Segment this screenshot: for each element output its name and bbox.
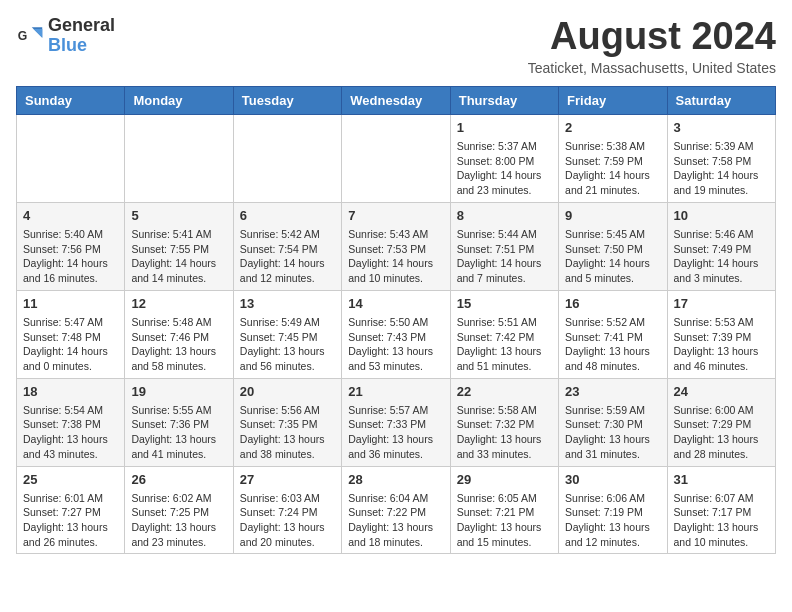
week-row-4: 18Sunrise: 5:54 AM Sunset: 7:38 PM Dayli…: [17, 378, 776, 466]
svg-text:G: G: [18, 28, 28, 42]
day-number: 22: [457, 383, 552, 401]
day-content: Sunrise: 5:46 AM Sunset: 7:49 PM Dayligh…: [674, 227, 769, 286]
day-number: 4: [23, 207, 118, 225]
day-content: Sunrise: 5:56 AM Sunset: 7:35 PM Dayligh…: [240, 403, 335, 462]
calendar-cell: 23Sunrise: 5:59 AM Sunset: 7:30 PM Dayli…: [559, 378, 667, 466]
day-number: 23: [565, 383, 660, 401]
day-content: Sunrise: 5:37 AM Sunset: 8:00 PM Dayligh…: [457, 139, 552, 198]
day-content: Sunrise: 6:07 AM Sunset: 7:17 PM Dayligh…: [674, 491, 769, 550]
calendar-cell: 4Sunrise: 5:40 AM Sunset: 7:56 PM Daylig…: [17, 202, 125, 290]
calendar-cell: 8Sunrise: 5:44 AM Sunset: 7:51 PM Daylig…: [450, 202, 558, 290]
calendar-cell: 18Sunrise: 5:54 AM Sunset: 7:38 PM Dayli…: [17, 378, 125, 466]
header-day-monday: Monday: [125, 86, 233, 114]
calendar-table: SundayMondayTuesdayWednesdayThursdayFrid…: [16, 86, 776, 555]
day-number: 31: [674, 471, 769, 489]
day-content: Sunrise: 5:55 AM Sunset: 7:36 PM Dayligh…: [131, 403, 226, 462]
calendar-cell: 13Sunrise: 5:49 AM Sunset: 7:45 PM Dayli…: [233, 290, 341, 378]
logo-text: General Blue: [48, 16, 115, 56]
calendar-subtitle: Teaticket, Massachusetts, United States: [528, 60, 776, 76]
day-content: Sunrise: 5:42 AM Sunset: 7:54 PM Dayligh…: [240, 227, 335, 286]
day-number: 28: [348, 471, 443, 489]
day-content: Sunrise: 5:40 AM Sunset: 7:56 PM Dayligh…: [23, 227, 118, 286]
day-content: Sunrise: 5:51 AM Sunset: 7:42 PM Dayligh…: [457, 315, 552, 374]
day-number: 17: [674, 295, 769, 313]
logo: G General Blue: [16, 16, 115, 56]
calendar-cell: 26Sunrise: 6:02 AM Sunset: 7:25 PM Dayli…: [125, 466, 233, 554]
day-content: Sunrise: 5:45 AM Sunset: 7:50 PM Dayligh…: [565, 227, 660, 286]
day-number: 15: [457, 295, 552, 313]
calendar-cell: 19Sunrise: 5:55 AM Sunset: 7:36 PM Dayli…: [125, 378, 233, 466]
calendar-cell: 17Sunrise: 5:53 AM Sunset: 7:39 PM Dayli…: [667, 290, 775, 378]
calendar-cell: 27Sunrise: 6:03 AM Sunset: 7:24 PM Dayli…: [233, 466, 341, 554]
day-number: 19: [131, 383, 226, 401]
day-number: 5: [131, 207, 226, 225]
calendar-cell: 7Sunrise: 5:43 AM Sunset: 7:53 PM Daylig…: [342, 202, 450, 290]
day-content: Sunrise: 5:44 AM Sunset: 7:51 PM Dayligh…: [457, 227, 552, 286]
day-number: 26: [131, 471, 226, 489]
day-content: Sunrise: 5:38 AM Sunset: 7:59 PM Dayligh…: [565, 139, 660, 198]
calendar-cell: [342, 114, 450, 202]
day-content: Sunrise: 5:41 AM Sunset: 7:55 PM Dayligh…: [131, 227, 226, 286]
calendar-title: August 2024: [528, 16, 776, 58]
day-number: 21: [348, 383, 443, 401]
calendar-cell: 30Sunrise: 6:06 AM Sunset: 7:19 PM Dayli…: [559, 466, 667, 554]
day-content: Sunrise: 5:48 AM Sunset: 7:46 PM Dayligh…: [131, 315, 226, 374]
day-content: Sunrise: 6:01 AM Sunset: 7:27 PM Dayligh…: [23, 491, 118, 550]
header-day-sunday: Sunday: [17, 86, 125, 114]
logo-general: General: [48, 15, 115, 35]
week-row-2: 4Sunrise: 5:40 AM Sunset: 7:56 PM Daylig…: [17, 202, 776, 290]
calendar-cell: 28Sunrise: 6:04 AM Sunset: 7:22 PM Dayli…: [342, 466, 450, 554]
day-content: Sunrise: 6:02 AM Sunset: 7:25 PM Dayligh…: [131, 491, 226, 550]
calendar-cell: 22Sunrise: 5:58 AM Sunset: 7:32 PM Dayli…: [450, 378, 558, 466]
header-row: SundayMondayTuesdayWednesdayThursdayFrid…: [17, 86, 776, 114]
calendar-cell: [17, 114, 125, 202]
day-number: 20: [240, 383, 335, 401]
week-row-1: 1Sunrise: 5:37 AM Sunset: 8:00 PM Daylig…: [17, 114, 776, 202]
day-content: Sunrise: 5:54 AM Sunset: 7:38 PM Dayligh…: [23, 403, 118, 462]
logo-icon: G: [16, 22, 44, 50]
calendar-cell: 21Sunrise: 5:57 AM Sunset: 7:33 PM Dayli…: [342, 378, 450, 466]
calendar-cell: 16Sunrise: 5:52 AM Sunset: 7:41 PM Dayli…: [559, 290, 667, 378]
calendar-cell: 10Sunrise: 5:46 AM Sunset: 7:49 PM Dayli…: [667, 202, 775, 290]
week-row-3: 11Sunrise: 5:47 AM Sunset: 7:48 PM Dayli…: [17, 290, 776, 378]
day-number: 2: [565, 119, 660, 137]
svg-marker-2: [34, 29, 43, 38]
day-content: Sunrise: 5:47 AM Sunset: 7:48 PM Dayligh…: [23, 315, 118, 374]
day-content: Sunrise: 5:52 AM Sunset: 7:41 PM Dayligh…: [565, 315, 660, 374]
day-number: 11: [23, 295, 118, 313]
calendar-body: 1Sunrise: 5:37 AM Sunset: 8:00 PM Daylig…: [17, 114, 776, 554]
day-content: Sunrise: 5:58 AM Sunset: 7:32 PM Dayligh…: [457, 403, 552, 462]
calendar-cell: [233, 114, 341, 202]
day-number: 6: [240, 207, 335, 225]
day-number: 25: [23, 471, 118, 489]
calendar-cell: 3Sunrise: 5:39 AM Sunset: 7:58 PM Daylig…: [667, 114, 775, 202]
calendar-cell: 6Sunrise: 5:42 AM Sunset: 7:54 PM Daylig…: [233, 202, 341, 290]
day-content: Sunrise: 5:57 AM Sunset: 7:33 PM Dayligh…: [348, 403, 443, 462]
day-content: Sunrise: 5:50 AM Sunset: 7:43 PM Dayligh…: [348, 315, 443, 374]
day-content: Sunrise: 5:39 AM Sunset: 7:58 PM Dayligh…: [674, 139, 769, 198]
day-number: 1: [457, 119, 552, 137]
day-number: 29: [457, 471, 552, 489]
day-number: 24: [674, 383, 769, 401]
day-number: 16: [565, 295, 660, 313]
calendar-header: SundayMondayTuesdayWednesdayThursdayFrid…: [17, 86, 776, 114]
calendar-cell: 29Sunrise: 6:05 AM Sunset: 7:21 PM Dayli…: [450, 466, 558, 554]
calendar-cell: 12Sunrise: 5:48 AM Sunset: 7:46 PM Dayli…: [125, 290, 233, 378]
calendar-cell: 2Sunrise: 5:38 AM Sunset: 7:59 PM Daylig…: [559, 114, 667, 202]
day-number: 9: [565, 207, 660, 225]
header-day-wednesday: Wednesday: [342, 86, 450, 114]
day-number: 14: [348, 295, 443, 313]
calendar-cell: 24Sunrise: 6:00 AM Sunset: 7:29 PM Dayli…: [667, 378, 775, 466]
header-day-saturday: Saturday: [667, 86, 775, 114]
calendar-cell: 20Sunrise: 5:56 AM Sunset: 7:35 PM Dayli…: [233, 378, 341, 466]
calendar-cell: 31Sunrise: 6:07 AM Sunset: 7:17 PM Dayli…: [667, 466, 775, 554]
day-content: Sunrise: 6:03 AM Sunset: 7:24 PM Dayligh…: [240, 491, 335, 550]
day-content: Sunrise: 6:05 AM Sunset: 7:21 PM Dayligh…: [457, 491, 552, 550]
day-number: 7: [348, 207, 443, 225]
day-number: 10: [674, 207, 769, 225]
day-number: 27: [240, 471, 335, 489]
header-day-thursday: Thursday: [450, 86, 558, 114]
calendar-cell: 15Sunrise: 5:51 AM Sunset: 7:42 PM Dayli…: [450, 290, 558, 378]
day-content: Sunrise: 5:43 AM Sunset: 7:53 PM Dayligh…: [348, 227, 443, 286]
calendar-cell: 1Sunrise: 5:37 AM Sunset: 8:00 PM Daylig…: [450, 114, 558, 202]
